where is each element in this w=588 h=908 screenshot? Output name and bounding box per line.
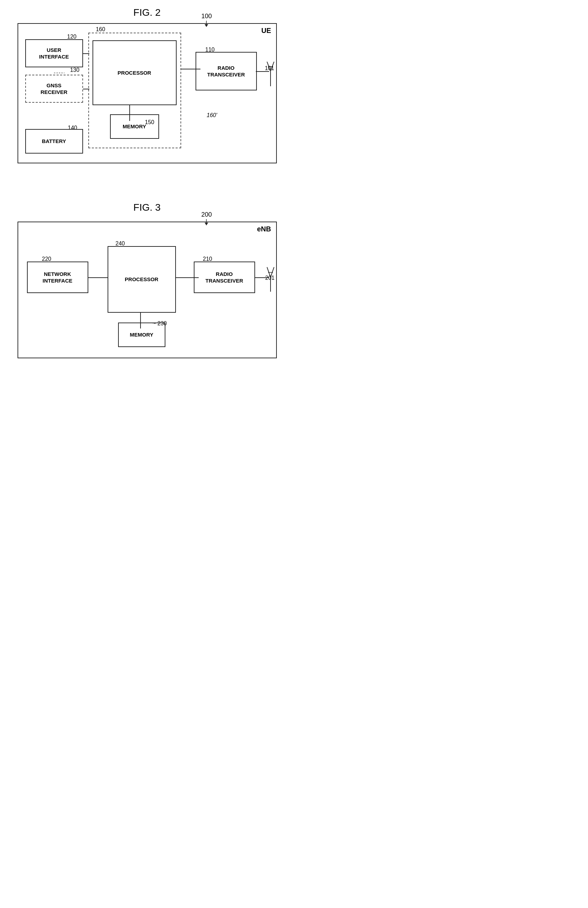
memory-label: MEMORY (123, 123, 146, 130)
fig2-section: FIG. 2 100 UE 120 USERINTERFACE 130 GNSS… (11, 7, 283, 167)
ref-160p: 160' (207, 112, 217, 119)
processor-dashed-region: 160 PROCESSOR 150 MEMORY (88, 32, 181, 148)
fig3-title: FIG. 3 (133, 202, 161, 213)
fig3-section: FIG. 3 200 eNB 220 NETWORKINTERFACE 240 … (11, 188, 283, 358)
memory-block: MEMORY (110, 114, 159, 139)
fig3-memory-block: MEMORY (118, 322, 165, 347)
processor-label: PROCESSOR (118, 69, 151, 76)
battery-label: BATTERY (42, 138, 66, 145)
antenna-icon (266, 58, 275, 86)
net-to-proc-line (88, 277, 108, 278)
network-interface-label: NETWORKINTERFACE (42, 270, 72, 284)
ref-101: 101 (265, 65, 275, 71)
user-interface-label: USERINTERFACE (39, 47, 69, 60)
ref-100: 100 (201, 13, 212, 20)
processor-block: PROCESSOR (93, 40, 177, 105)
fig3-processor-block: PROCESSOR (108, 246, 176, 313)
ref-160: 160 (96, 26, 106, 32)
fig3-outer-box: eNB 220 NETWORKINTERFACE 240 PROCESSOR ~… (18, 222, 277, 358)
fig3-radio-transceiver-label: RADIOTRANSCEIVER (206, 270, 243, 284)
fig2-title: FIG. 2 (133, 7, 161, 18)
ue-label: UE (262, 27, 271, 35)
fig3-radio-transceiver-block: RADIOTRANSCEIVER (194, 262, 255, 293)
network-interface-block: NETWORKINTERFACE (27, 262, 88, 293)
radio-transceiver-label: RADIOTRANSCEIVER (207, 64, 245, 78)
ui-to-proc-line (83, 53, 89, 54)
enb-label: eNB (257, 225, 271, 233)
fig3-memory-label: MEMORY (130, 331, 154, 338)
ref-201: 201 (265, 275, 275, 281)
gnss-label: GNSSRECEIVER (41, 82, 67, 96)
gnss-receiver-block: GNSSRECEIVER (25, 75, 83, 103)
fig3-processor-label: PROCESSOR (125, 276, 158, 283)
battery-block: BATTERY (25, 129, 83, 153)
user-interface-block: USERINTERFACE (25, 39, 83, 67)
radio-transceiver-block: RADIOTRANSCEIVER (196, 52, 257, 90)
ref-200: 200 (201, 211, 212, 218)
fig2-outer-box: UE 120 USERINTERFACE 130 GNSSRECEIVER 14… (18, 23, 277, 163)
gnss-to-proc-line (83, 89, 89, 89)
